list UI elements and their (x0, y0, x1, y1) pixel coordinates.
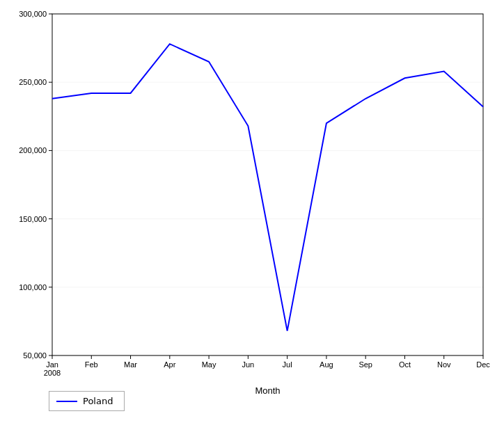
svg-text:250,000: 250,000 (19, 78, 47, 86)
svg-text:May: May (202, 360, 216, 369)
svg-text:50,000: 50,000 (23, 351, 47, 360)
svg-text:Feb: Feb (85, 360, 98, 369)
svg-text:150,000: 150,000 (19, 215, 47, 223)
svg-rect-6 (52, 14, 483, 355)
svg-text:Aug: Aug (320, 360, 333, 369)
chart-svg: 50,000100,000150,000200,000250,000300,00… (0, 0, 504, 432)
svg-text:2008: 2008 (44, 369, 61, 377)
svg-text:Jul: Jul (283, 360, 292, 369)
svg-text:100,000: 100,000 (19, 283, 47, 291)
svg-text:200,000: 200,000 (19, 146, 47, 154)
legend-line-icon (56, 401, 77, 402)
svg-text:Apr: Apr (164, 360, 175, 369)
svg-text:Dec: Dec (476, 360, 490, 369)
svg-text:Mar: Mar (124, 360, 137, 369)
svg-text:Sep: Sep (359, 360, 372, 369)
svg-text:Jan: Jan (46, 360, 58, 369)
svg-text:300,000: 300,000 (19, 10, 47, 18)
svg-text:Nov: Nov (437, 360, 451, 369)
svg-text:Oct: Oct (399, 360, 411, 369)
chart-container: 50,000100,000150,000200,000250,000300,00… (0, 0, 504, 432)
legend-label: Poland (83, 396, 113, 406)
svg-text:Jun: Jun (242, 360, 254, 369)
svg-text:Month: Month (255, 385, 280, 396)
legend-box: Poland (49, 391, 125, 411)
